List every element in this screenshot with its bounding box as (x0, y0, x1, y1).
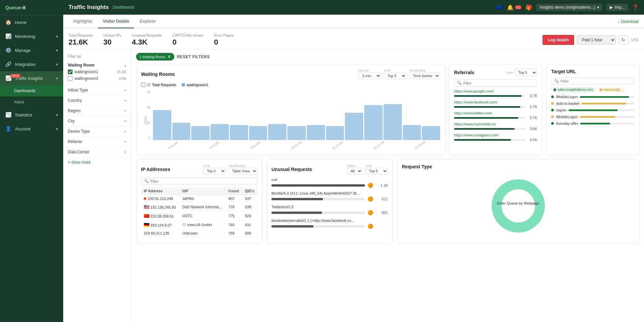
sidebar-item-label: Monitoring (15, 34, 35, 39)
visualization-select[interactable]: Time Series Bar Chart (409, 73, 440, 79)
referrals-filter[interactable]: 🔍 (454, 80, 537, 86)
chart-bar[interactable] (287, 126, 306, 140)
request-type-widget: Request Type Enter Queue by Webpage 21.6… (397, 159, 639, 244)
target-url-widget: Target URL 🔍 sales.insightsdemo.com (546, 64, 639, 155)
legend-total-requests[interactable]: Total Requests (141, 82, 176, 87)
dashboard-area: 1 Waiting Room ✕ RESET FILTERS Waiting R… (131, 50, 644, 322)
types-control: Types All (347, 164, 363, 174)
filter-section-device-type[interactable]: Device Type ▾ (63, 126, 131, 137)
sidebar-item-monitoring[interactable]: 📊 Monitoring ▾ (0, 29, 63, 43)
chart-bar[interactable] (326, 126, 344, 140)
filter-section-inflow-type[interactable]: Inflow Type ▾ (63, 85, 131, 95)
home-icon: 🏠 (5, 19, 12, 25)
log-details-btn[interactable]: Log details (543, 35, 574, 45)
sidebar-item-account[interactable]: 👤 Account ▾ (0, 122, 63, 136)
tab-visitor-details[interactable]: Visitor Details (98, 15, 134, 28)
chevron-down-icon: ▾ (124, 119, 126, 123)
sidebar-item-traffic-insights[interactable]: 📈 Traffic Insights NEW ▾ (0, 71, 63, 85)
wr-checkbox-1[interactable] (68, 70, 73, 74)
ref-row: https://www.facebook.com/ 3.7K (454, 100, 537, 109)
interval-control: Interval 5 min 15 min 1 hour (359, 69, 381, 79)
tab-highlights[interactable]: Highlights (69, 15, 97, 28)
sidebar: Queue-it 🏠 Home 📊 Monitoring ▾ ⚙️ Manage… (0, 0, 63, 322)
referrals-list: https://www.google.com/ 3.7K https://www… (454, 89, 537, 142)
svg-text:Enter Queue by Webpage
       : Enter Queue by Webpage 21.6K (497, 201, 539, 205)
wr-checkbox-2[interactable] (68, 76, 73, 81)
sidebar-item-label: Home (15, 20, 27, 25)
metric-captchas: CAPTCHAs shown 0 (172, 33, 203, 47)
show-more-btn[interactable]: + show more (63, 157, 95, 167)
filter-section-country[interactable]: Country ▾ (63, 95, 131, 106)
referrals-limit-select[interactable]: Top 5 Top 10 (515, 69, 537, 76)
download-btn[interactable]: ↓ Download (618, 19, 639, 24)
user-account-btn[interactable]: Insights demo (insightsdemo...) ▾ (536, 4, 602, 11)
limit-select[interactable]: Top 5 Top 10 (384, 73, 406, 79)
referrals-widget: Referrals Limit Top 5 Top 10 🔍 (449, 64, 542, 155)
domain-dot (600, 88, 602, 91)
chip-close-btn[interactable]: ✕ (167, 54, 171, 59)
gift-icon-btn[interactable]: 🎁 (526, 4, 532, 11)
sidebar-item-manage[interactable]: ⚙️ Manage ▾ (0, 43, 63, 57)
sidebar-item-label: Account (15, 126, 31, 131)
help-btn[interactable]: ❓ (632, 4, 639, 11)
utc-label: UTC (631, 38, 639, 42)
chevron-down-icon: ▾ (124, 98, 126, 103)
filter-chip-waiting-room: 1 Waiting Room ✕ (136, 53, 174, 61)
target-url-filter[interactable]: 🔍 (551, 78, 634, 84)
sidebar-sub-item-dashboards[interactable]: Dashboards (0, 85, 63, 96)
chevron-up-icon: ▴ (124, 63, 126, 68)
limit-control: Limit Top 5 Top 10 (384, 69, 406, 79)
statistics-icon: 📉 (5, 112, 12, 118)
new-badge: NEW (11, 74, 20, 78)
chart-bar[interactable] (403, 125, 421, 140)
widget-subheader: Unusual Requests Types All Limit (271, 164, 388, 174)
chart-bar[interactable] (191, 126, 210, 140)
col-ip: IP Address (141, 187, 180, 195)
chart-y-labels: 6k 4k 2k 0 (141, 90, 152, 140)
filter-label: Referrer (68, 139, 82, 144)
filter-section-region[interactable]: Region ▾ (63, 106, 131, 116)
chart-bar[interactable] (364, 105, 383, 140)
sidebar-item-integration[interactable]: 🔗 Integration ▾ (0, 57, 63, 71)
tab-explorer[interactable]: Explorer (135, 15, 160, 28)
widget-title: IP Addresses (141, 167, 170, 172)
filter-section-data-center[interactable]: Data Center ▾ (63, 147, 131, 157)
target-row: /MobileLogon (551, 115, 634, 119)
sidebar-sub-item-alerts[interactable]: Alerts (0, 96, 63, 108)
referrals-filter-input[interactable] (463, 81, 534, 85)
sidebar-item-statistics[interactable]: 📉 Statistics ▾ (0, 108, 63, 122)
sidebar-item-home[interactable]: 🏠 Home (0, 15, 63, 29)
bottom-widgets-grid: IP Addresses Limit Top 5 Top 10 (136, 159, 639, 244)
refresh-btn[interactable]: ↻ (618, 35, 628, 45)
ip-limit-select[interactable]: Top 5 Top 10 (203, 168, 226, 174)
ip-visualization-select[interactable]: Table View Top (229, 168, 257, 174)
waiting-rooms-widget: Waiting Rooms Interval 5 min 15 min 1 ho… (136, 64, 445, 155)
types-select[interactable]: All (347, 168, 363, 174)
main: Traffic Insights Dashboards 🇪🇺 🔔 11 🎁 In… (63, 0, 644, 322)
account-icon: 👤 (5, 126, 12, 132)
time-range-select[interactable]: Past 1 hour Past 6 hours Past 24 hours (577, 35, 616, 45)
chart-bar[interactable] (153, 110, 171, 140)
target-url-filter-input[interactable] (561, 79, 631, 83)
ip-filter-input[interactable] (150, 179, 254, 183)
pie-container: Enter Queue by Webpage 21.6K (402, 173, 634, 239)
flag-icon: 🇺🇸 (144, 204, 149, 210)
search-icon: 🔍 (457, 81, 462, 85)
target-row: /tuesday-offer (551, 121, 634, 125)
metric-unique-ips: Unique IPs 30 (103, 33, 121, 47)
ip-filter[interactable]: 🔍 (141, 178, 257, 185)
chart-bar[interactable] (230, 125, 248, 140)
notification-btn[interactable]: 🔔 11 (507, 4, 522, 11)
filter-section-referrer[interactable]: Referrer ▾ (63, 137, 131, 147)
waiting-room-toggle[interactable]: Waiting Room ▴ (68, 63, 126, 70)
filter-chips-row: 1 Waiting Room ✕ RESET FILTERS (136, 53, 639, 61)
interval-select[interactable]: 5 min 15 min 1 hour (359, 73, 381, 79)
imp-btn[interactable]: ▶ Imp... (606, 4, 628, 11)
chart-bar[interactable] (268, 124, 286, 140)
filter-section-city[interactable]: City ▾ (63, 116, 131, 126)
reset-filters-btn[interactable]: RESET FILTERS (177, 55, 210, 59)
eu-icon-btn[interactable]: 🇪🇺 (496, 4, 503, 11)
chevron-down-icon: ▾ (56, 49, 58, 52)
legend-toggle-total[interactable] (141, 82, 145, 87)
limit-select[interactable]: Top 5 Top 10 (365, 168, 388, 174)
